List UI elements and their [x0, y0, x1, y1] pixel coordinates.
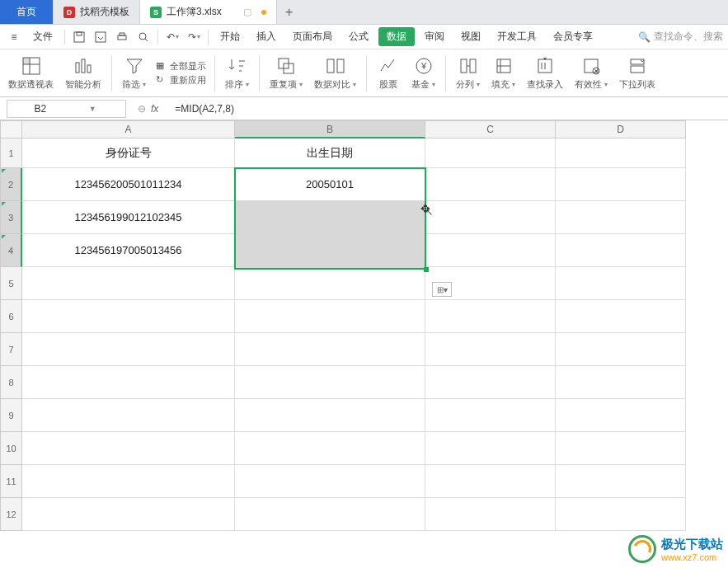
- col-header-C[interactable]: C: [425, 120, 556, 138]
- tab-workbook[interactable]: S 工作簿3.xlsx ▢: [140, 0, 277, 24]
- tab-home[interactable]: 首页: [0, 0, 54, 24]
- cell-A10[interactable]: [22, 432, 235, 465]
- row-header-2[interactable]: 2: [0, 168, 22, 201]
- data-compare-button[interactable]: 数据对比: [309, 54, 361, 92]
- cell-B10[interactable]: [235, 432, 425, 465]
- command-search[interactable]: 🔍 查找命令、搜索: [638, 30, 723, 44]
- new-tab-button[interactable]: +: [277, 0, 302, 24]
- save-icon[interactable]: [70, 28, 88, 46]
- fill-button[interactable]: 填充: [486, 54, 520, 92]
- name-box-dropdown-icon[interactable]: ▼: [67, 105, 120, 113]
- cell-A7[interactable]: [22, 333, 235, 366]
- cell-B8[interactable]: [235, 366, 425, 399]
- validation-button[interactable]: 有效性: [570, 54, 613, 92]
- row-header-8[interactable]: 8: [0, 366, 22, 399]
- row-header-11[interactable]: 11: [0, 465, 22, 498]
- menu-start[interactable]: 开始: [214, 26, 247, 47]
- undo-icon[interactable]: ↶: [163, 28, 181, 46]
- row-header-5[interactable]: 5: [0, 267, 22, 300]
- cell-C8[interactable]: [425, 366, 556, 399]
- menu-formula[interactable]: 公式: [342, 26, 375, 47]
- spreadsheet-grid[interactable]: A B C D ⊞▾ ✥↖ 1 身份证号 出生日期 2 123456200501…: [0, 120, 728, 531]
- menu-page-layout[interactable]: 页面布局: [286, 26, 339, 47]
- smart-analysis-button[interactable]: 智能分析: [60, 54, 106, 92]
- cell-B11[interactable]: [235, 465, 425, 498]
- cell-A5[interactable]: [22, 267, 235, 300]
- cell-C11[interactable]: [425, 465, 556, 498]
- dropdown-list-button[interactable]: 下拉列表: [614, 54, 660, 92]
- cell-D5[interactable]: [556, 267, 686, 300]
- cell-D12[interactable]: [556, 498, 686, 531]
- cell-C9[interactable]: [425, 399, 556, 432]
- app-menu-icon[interactable]: ≡: [5, 28, 23, 46]
- menu-member[interactable]: 会员专享: [547, 26, 599, 47]
- cell-A1[interactable]: 身份证号: [22, 138, 235, 168]
- menu-dev-tools[interactable]: 开发工具: [491, 26, 543, 47]
- menu-review[interactable]: 审阅: [418, 26, 451, 47]
- cell-C2[interactable]: [425, 168, 556, 201]
- cell-B6[interactable]: [235, 300, 425, 333]
- cell-C1[interactable]: [425, 138, 556, 168]
- cell-C7[interactable]: [425, 333, 556, 366]
- row-header-6[interactable]: 6: [0, 300, 22, 333]
- cell-B2[interactable]: 20050101: [235, 168, 425, 201]
- print-icon[interactable]: [113, 28, 131, 46]
- cell-A9[interactable]: [22, 399, 235, 432]
- cell-B12[interactable]: [235, 498, 425, 531]
- cell-D3[interactable]: [556, 201, 686, 234]
- menu-data[interactable]: 数据: [378, 27, 415, 46]
- cell-B5[interactable]: [235, 267, 425, 300]
- filter-button[interactable]: 筛选: [117, 54, 151, 92]
- cell-D10[interactable]: [556, 432, 686, 465]
- fill-handle[interactable]: [424, 267, 429, 272]
- col-header-D[interactable]: D: [556, 120, 686, 138]
- cell-D2[interactable]: [556, 168, 686, 201]
- reapply-link[interactable]: ↻重新应用: [156, 74, 206, 87]
- redo-icon[interactable]: ↷: [185, 28, 203, 46]
- cell-D7[interactable]: [556, 333, 686, 366]
- cell-A2[interactable]: 123456200501011234: [22, 168, 235, 201]
- menu-view[interactable]: 视图: [454, 26, 487, 47]
- col-header-A[interactable]: A: [22, 120, 235, 138]
- cell-C3[interactable]: [425, 201, 556, 234]
- row-header-3[interactable]: 3: [0, 201, 22, 234]
- cell-D11[interactable]: [556, 465, 686, 498]
- cell-D1[interactable]: [556, 138, 686, 168]
- row-header-7[interactable]: 7: [0, 333, 22, 366]
- row-header-9[interactable]: 9: [0, 399, 22, 432]
- cell-D8[interactable]: [556, 366, 686, 399]
- formula-input[interactable]: =MID(A2,7,8): [170, 103, 728, 115]
- cell-B9[interactable]: [235, 399, 425, 432]
- cell-A3[interactable]: 123456199012102345: [22, 201, 235, 234]
- cell-A12[interactable]: [22, 498, 235, 531]
- duplicates-button[interactable]: 重复项: [265, 54, 308, 92]
- cell-B1[interactable]: 出生日期: [235, 138, 425, 168]
- split-column-button[interactable]: 分列: [451, 54, 485, 92]
- row-header-12[interactable]: 12: [0, 498, 22, 531]
- col-header-B[interactable]: B: [235, 120, 425, 138]
- cell-A4[interactable]: 123456197005013456: [22, 234, 235, 267]
- save-as-icon[interactable]: [92, 28, 110, 46]
- tab-template[interactable]: D 找稻壳模板: [54, 0, 140, 24]
- stock-button[interactable]: 股票: [372, 54, 405, 92]
- row-header-1[interactable]: 1: [0, 138, 22, 168]
- cell-B7[interactable]: [235, 333, 425, 366]
- name-box[interactable]: B2 ▼: [7, 100, 126, 118]
- show-all-link[interactable]: ▦全部显示: [156, 60, 206, 73]
- cell-A11[interactable]: [22, 465, 235, 498]
- cell-D9[interactable]: [556, 399, 686, 432]
- cell-D6[interactable]: [556, 300, 686, 333]
- print-preview-icon[interactable]: [134, 28, 153, 46]
- fx-icon[interactable]: fx: [151, 103, 158, 115]
- autofill-options-button[interactable]: ⊞▾: [432, 282, 452, 297]
- lookup-entry-button[interactable]: 查找录入: [522, 54, 568, 92]
- cell-C6[interactable]: [425, 300, 556, 333]
- menu-insert[interactable]: 插入: [250, 26, 283, 47]
- cell-B3[interactable]: 19901210: [235, 201, 425, 234]
- cancel-icon[interactable]: ⊖: [138, 103, 146, 115]
- pivot-table-button[interactable]: 数据透视表: [3, 54, 59, 92]
- menu-file[interactable]: 文件: [26, 26, 59, 47]
- select-all-corner[interactable]: [0, 120, 22, 138]
- cell-A8[interactable]: [22, 366, 235, 399]
- row-header-10[interactable]: 10: [0, 432, 22, 465]
